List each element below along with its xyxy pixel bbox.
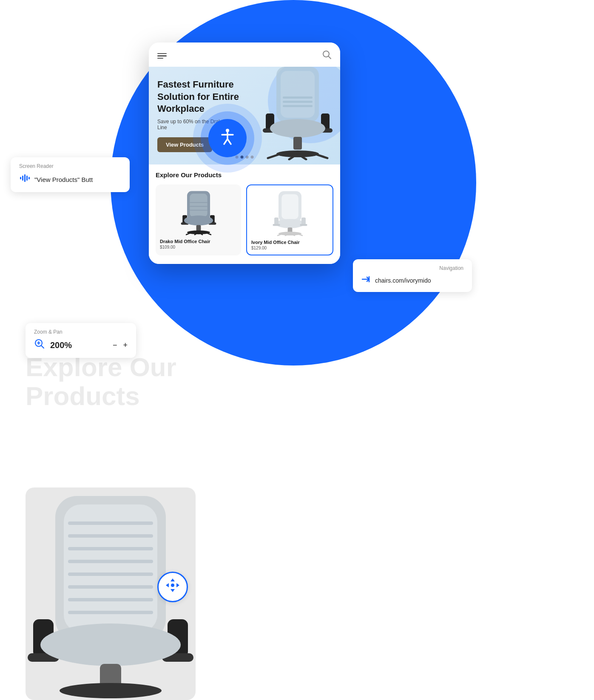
screen-reader-content: "View Products" Butt	[19, 173, 121, 186]
svg-line-64	[41, 346, 44, 348]
svg-rect-6	[283, 105, 313, 107]
svg-rect-73	[68, 598, 153, 601]
svg-rect-70	[68, 560, 153, 563]
svg-rect-4	[283, 96, 313, 99]
svg-rect-5	[283, 101, 313, 103]
zoom-icon	[34, 338, 45, 352]
svg-rect-37	[274, 218, 279, 225]
svg-rect-67	[68, 521, 153, 525]
svg-point-36	[275, 219, 304, 228]
hero-chair-image	[255, 67, 340, 160]
svg-rect-55	[26, 176, 28, 181]
carousel-dots	[236, 156, 254, 159]
carousel-dot-4[interactable]	[251, 156, 254, 159]
zoom-content: 200% − +	[34, 338, 128, 352]
svg-rect-40	[300, 224, 307, 226]
svg-rect-56	[28, 177, 30, 179]
pan-arrows-icon	[165, 577, 181, 597]
svg-rect-39	[273, 224, 280, 226]
zoom-pan-label: Zoom & Pan	[34, 329, 128, 335]
navigation-content: chairs.com/ivorymido	[361, 275, 463, 286]
carousel-dot-1[interactable]	[236, 156, 239, 159]
hero-banner: Fastest Furniture Solution for Entire Wo…	[149, 67, 340, 164]
svg-rect-3	[281, 71, 315, 118]
svg-line-50	[224, 139, 227, 144]
products-grid: Drako Mid Office Chair $109.00	[156, 184, 333, 255]
hamburger-menu-icon[interactable]	[157, 53, 167, 59]
phone-mockup: Fastest Furniture Solution for Entire Wo…	[149, 43, 340, 264]
pan-icon-container[interactable]	[157, 572, 188, 602]
svg-line-1	[329, 57, 331, 59]
screen-reader-text: "View Products" Butt	[34, 176, 93, 183]
accessibility-icon-overlay	[208, 119, 247, 157]
accessibility-icon	[218, 127, 237, 150]
svg-marker-82	[171, 578, 175, 581]
view-products-button[interactable]: View Products	[157, 137, 212, 152]
carousel-dot-2[interactable]	[241, 156, 244, 159]
screen-reader-tooltip: Screen Reader "View Products" Butt	[11, 157, 130, 192]
ivory-chair-name: Ivory Mid Office Chair	[251, 240, 328, 245]
svg-point-79	[40, 623, 181, 666]
ivory-chair-price: $129.00	[251, 246, 328, 250]
svg-marker-85	[176, 583, 179, 587]
drako-chair-price: $109.00	[160, 245, 237, 249]
svg-rect-12	[293, 137, 302, 150]
svg-marker-83	[171, 589, 175, 592]
zoom-plus-button[interactable]: +	[123, 341, 128, 350]
svg-point-27	[184, 215, 213, 225]
navigation-tooltip: Navigation chairs.com/ivorymido	[353, 259, 472, 292]
svg-marker-84	[166, 583, 169, 587]
svg-rect-53	[22, 176, 23, 181]
svg-rect-74	[68, 611, 153, 614]
navigation-url: chairs.com/ivorymido	[375, 277, 431, 284]
phone-header	[149, 43, 340, 67]
carousel-dot-3[interactable]	[246, 156, 249, 159]
svg-rect-52	[20, 177, 21, 179]
zoom-percent: 200%	[50, 340, 72, 350]
svg-rect-54	[24, 174, 26, 182]
svg-point-81	[60, 683, 162, 698]
bg-text-line2: Products	[26, 382, 176, 411]
svg-rect-28	[196, 225, 201, 231]
drako-chair-image	[160, 189, 237, 235]
search-icon[interactable]	[322, 50, 332, 62]
products-section: Explore Our Products	[149, 164, 340, 264]
svg-line-15	[315, 154, 327, 158]
zoom-minus-button[interactable]: −	[113, 341, 117, 350]
svg-point-86	[171, 584, 174, 587]
svg-rect-72	[68, 585, 153, 589]
products-section-title: Explore Our Products	[156, 171, 333, 179]
svg-line-51	[227, 139, 231, 144]
navigation-label: Navigation	[361, 265, 463, 271]
svg-point-11	[270, 119, 325, 138]
product-card-ivory[interactable]: Ivory Mid Office Chair $129.00	[246, 184, 333, 255]
drako-chair-name: Drako Mid Office Chair	[160, 239, 237, 244]
zoom-controls: − +	[113, 341, 128, 350]
product-card-drako[interactable]: Drako Mid Office Chair $109.00	[156, 184, 241, 255]
svg-rect-69	[68, 547, 153, 550]
svg-rect-71	[68, 572, 153, 576]
svg-rect-68	[68, 534, 153, 538]
background-text: Explore Our Products	[26, 353, 176, 411]
svg-point-47	[226, 129, 229, 132]
hero-title: Fastest Furniture Solution for Entire Wo…	[157, 79, 242, 115]
svg-rect-38	[301, 218, 306, 225]
screen-reader-label: Screen Reader	[19, 163, 121, 169]
svg-rect-19	[190, 194, 207, 217]
svg-rect-35	[281, 194, 298, 219]
sound-wave-icon	[19, 173, 30, 186]
ivory-chair-image	[251, 190, 328, 236]
svg-line-14	[268, 154, 281, 158]
zoom-pan-tooltip: Zoom & Pan 200% − +	[26, 323, 136, 358]
navigation-arrow-icon	[361, 275, 371, 286]
